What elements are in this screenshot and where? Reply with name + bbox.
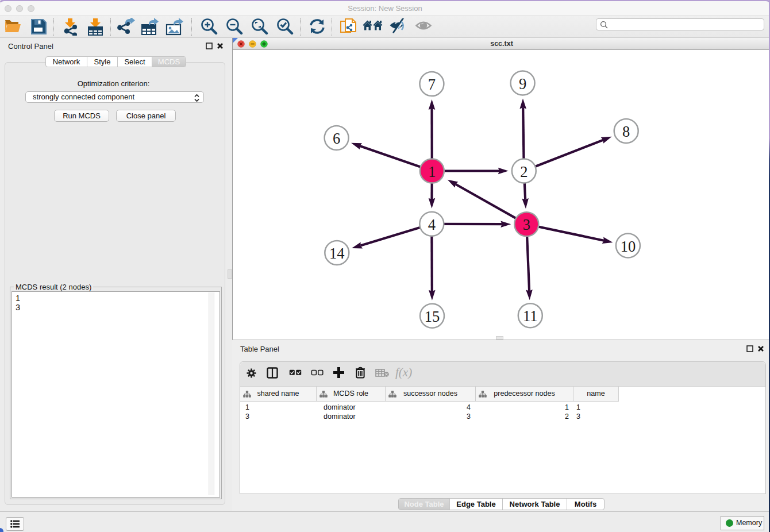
svg-text:11: 11 (523, 307, 538, 325)
svg-text:4: 4 (428, 216, 436, 233)
svg-text:8: 8 (622, 123, 630, 140)
svg-text:3: 3 (523, 216, 530, 233)
svg-text:2: 2 (520, 163, 528, 180)
svg-text:15: 15 (425, 308, 440, 325)
svg-text:10: 10 (621, 238, 636, 255)
svg-text:14: 14 (329, 245, 345, 262)
svg-text:9: 9 (519, 75, 526, 92)
svg-text:1: 1 (428, 163, 436, 180)
svg-text:6: 6 (333, 130, 340, 147)
svg-text:7: 7 (428, 76, 436, 93)
